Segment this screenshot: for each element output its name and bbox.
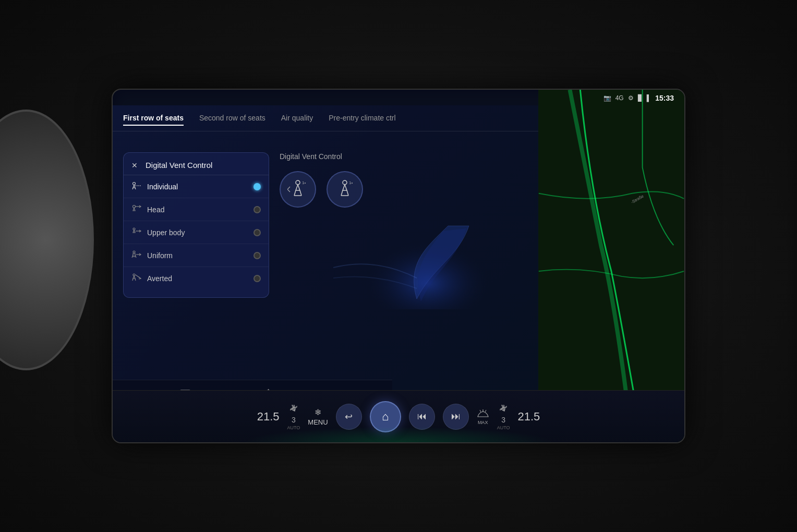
svg-text:1•: 1• xyxy=(302,180,306,185)
seat-1-button[interactable]: 1• xyxy=(280,171,316,208)
vent-option-averted[interactable]: Averted xyxy=(124,267,269,289)
battery-icon: ▌ xyxy=(647,94,651,102)
prev-button[interactable]: ⏮ xyxy=(409,404,435,430)
averted-icon xyxy=(131,273,142,283)
left-fan-control[interactable]: 3 AUTO xyxy=(287,403,300,430)
settings-icon: ⚙ xyxy=(628,94,634,102)
head-label: Head xyxy=(147,205,248,214)
head-icon xyxy=(131,204,142,214)
signal-icon: ▊ xyxy=(638,94,643,102)
left-temp-display[interactable]: 21.5 xyxy=(257,410,280,424)
uniform-icon xyxy=(131,250,142,260)
windscreen-max: MAX xyxy=(478,420,488,425)
right-vignette xyxy=(787,0,797,532)
right-fan-control[interactable]: 3 AUTO xyxy=(497,403,510,430)
upper-body-radio[interactable] xyxy=(253,229,261,236)
menu-button[interactable]: ❄ MENU xyxy=(308,407,328,426)
map-svg: -Straße xyxy=(538,90,684,442)
close-button[interactable]: ✕ xyxy=(131,161,138,170)
upper-body-icon xyxy=(131,227,142,237)
clock: 15:33 xyxy=(655,94,674,102)
individual-icon xyxy=(131,182,142,191)
averted-label: Averted xyxy=(147,274,248,283)
left-fan-speed: 3 xyxy=(292,416,296,424)
seat-2-button[interactable]: 1• xyxy=(327,171,363,208)
panel-content: ✕ Digital Vent Control xyxy=(113,147,502,411)
windscreen-icon xyxy=(477,408,489,419)
wind-visualization xyxy=(280,215,491,311)
individual-radio[interactable] xyxy=(253,183,261,190)
next-button[interactable]: ⏭ xyxy=(443,404,469,430)
svg-text:1•: 1• xyxy=(349,180,353,185)
seat-1-icon: 1• xyxy=(287,179,308,200)
vent-dropdown: ✕ Digital Vent Control xyxy=(123,152,269,298)
wind-svg xyxy=(280,215,491,309)
map-background: -Straße xyxy=(538,90,684,442)
vent-option-individual[interactable]: Individual xyxy=(124,175,269,198)
network-icon: 4G xyxy=(615,94,624,102)
upper-body-label: Upper body xyxy=(147,228,248,237)
tab-first-row[interactable]: First row of seats xyxy=(123,111,184,126)
home-button[interactable]: ⌂ xyxy=(370,401,401,432)
hardware-bar: 21.5 3 AUTO ❄ MENU ↩ ⌂ xyxy=(113,390,684,442)
nav-tabs: First row of seats Second row of seats A… xyxy=(113,105,538,131)
svg-point-8 xyxy=(133,251,135,253)
back-button[interactable]: ↩ xyxy=(336,404,362,430)
tab-second-row[interactable]: Second row of seats xyxy=(199,111,265,126)
left-temp-value: 21.5 xyxy=(257,410,280,424)
left-fan-label: AUTO xyxy=(287,425,300,430)
vent-dropdown-title: Digital Vent Control xyxy=(146,161,212,170)
right-windscreen[interactable]: MAX xyxy=(477,408,489,425)
averted-radio[interactable] xyxy=(253,275,261,282)
right-temp-display[interactable]: 21.5 xyxy=(517,410,540,424)
dvc-seats: 1• 1• xyxy=(280,171,491,208)
right-fan-speed: 3 xyxy=(501,416,505,424)
next-icon: ⏭ xyxy=(451,411,461,422)
uniform-radio[interactable] xyxy=(253,252,261,259)
status-bar: 📷 4G ⚙ ▊ ▌ 15:33 xyxy=(603,94,674,102)
fan-icon-right xyxy=(498,403,509,415)
right-temp-value: 21.5 xyxy=(517,410,540,424)
back-icon: ↩ xyxy=(345,411,353,422)
home-icon: ⌂ xyxy=(382,410,389,424)
snowflake-icon: ❄ xyxy=(315,407,321,417)
dvc-panel-label: Digital Vent Control xyxy=(280,152,491,161)
svg-rect-0 xyxy=(539,90,684,442)
fan-icon-left xyxy=(288,403,299,415)
main-content: First row of seats Second row of seats A… xyxy=(113,105,538,411)
vent-dropdown-header: ✕ Digital Vent Control xyxy=(124,161,269,175)
prev-icon: ⏮ xyxy=(417,411,427,422)
menu-label: MENU xyxy=(308,418,328,426)
dvc-panel: Digital Vent Control 1• xyxy=(280,152,491,311)
screen-bezel: 3D 📷 4G ⚙ ▊ ▌ 15:33 -Straße xyxy=(112,89,685,443)
vent-option-uniform[interactable]: Uniform xyxy=(124,244,269,267)
head-radio[interactable] xyxy=(253,206,261,213)
camera-icon: 📷 xyxy=(603,94,611,102)
car-surround: 3D 📷 4G ⚙ ▊ ▌ 15:33 -Straße xyxy=(0,0,797,532)
tab-air-quality[interactable]: Air quality xyxy=(281,111,313,126)
vent-option-upper-body[interactable]: Upper body xyxy=(124,221,269,244)
individual-label: Individual xyxy=(147,183,248,191)
tab-pre-entry[interactable]: Pre-entry climate ctrl xyxy=(329,111,395,126)
uniform-label: Uniform xyxy=(147,251,248,260)
seat-2-icon: 1• xyxy=(334,179,355,200)
right-fan-label: AUTO xyxy=(497,425,510,430)
vent-option-head[interactable]: Head xyxy=(124,198,269,221)
